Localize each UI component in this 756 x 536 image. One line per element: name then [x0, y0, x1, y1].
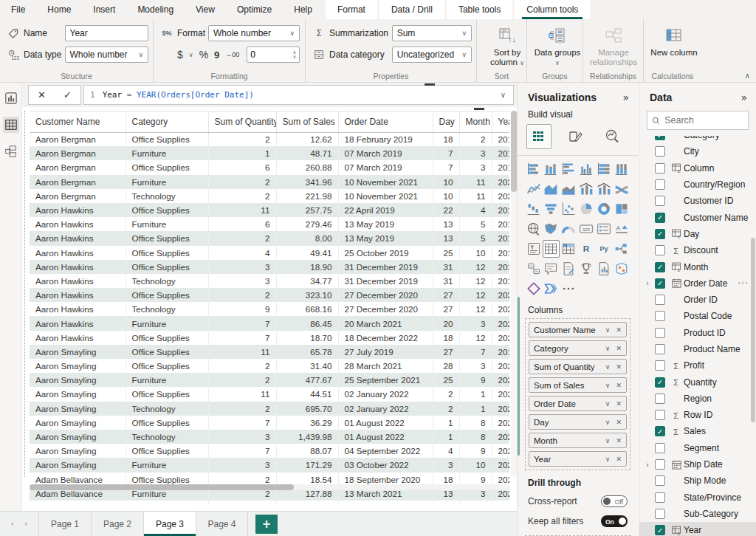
pill-chevron-down-icon[interactable]: ∨	[605, 400, 611, 408]
field-item-order-id[interactable]: Order ID	[639, 292, 756, 308]
format-visual-tab[interactable]	[563, 124, 588, 149]
column-header-day[interactable]: Day	[433, 111, 459, 132]
column-header-category[interactable]: Category	[126, 111, 208, 132]
pill-remove-icon[interactable]: ✕	[616, 326, 622, 334]
table-row[interactable]: Aaron HawkinsOffice Supplies318.9031 Dec…	[30, 260, 509, 274]
data-category-select[interactable]: Uncategorized∨	[392, 47, 472, 63]
columns-field-well[interactable]: Customer Name∨✕Category∨✕Sum of Quantity…	[525, 318, 630, 470]
python-visual-icon[interactable]: Py	[595, 240, 612, 258]
page-tab-page-3[interactable]: Page 3	[143, 512, 196, 536]
100-stacked-bar-chart-icon[interactable]	[595, 160, 612, 178]
field-item-column[interactable]: ΣColumn	[639, 160, 756, 176]
percent-button[interactable]: %	[199, 49, 208, 61]
manage-relationships-button[interactable]: Manage relationships	[589, 24, 638, 67]
field-item-day[interactable]: ✓ΣDay	[639, 226, 756, 242]
q-and-a-icon[interactable]	[543, 260, 560, 278]
power-apps-icon[interactable]	[525, 280, 542, 298]
table-row[interactable]: Aaron SmaylingOffice Supplies1165.7827 J…	[30, 345, 509, 359]
table-row[interactable]: Adam BellavanceOffice Supplies230.0813 M…	[30, 501, 509, 504]
decimal-places-input[interactable]	[250, 49, 280, 60]
column-header-sum-of-sales[interactable]: Sum of Sales	[276, 111, 338, 132]
field-checkbox[interactable]	[655, 344, 665, 354]
column-header-customer-name[interactable]: Customer Name	[30, 111, 126, 132]
new-column-button[interactable]: New column	[650, 24, 698, 58]
decimal-places-stepper[interactable]: ∧∨	[247, 47, 300, 63]
field-item-state-province[interactable]: State/Province	[639, 489, 756, 506]
field-item-customer-name[interactable]: ✓Customer Name	[639, 209, 756, 225]
table-row[interactable]: Aaron HawkinsTechnology9668.1627 Decembe…	[30, 302, 509, 316]
pill-remove-icon[interactable]: ✕	[616, 345, 622, 352]
data-groups-button[interactable]: Data groups ∨	[533, 24, 582, 67]
currency-button[interactable]: $	[177, 49, 183, 61]
menu-tab-file[interactable]: File	[0, 0, 36, 19]
ribbon-collapse-icon[interactable]: ∧	[745, 72, 750, 80]
field-item-quantity[interactable]: ✓ΣQuantity	[639, 374, 756, 390]
stacked-bar-chart-icon[interactable]	[525, 160, 542, 178]
field-item-segment[interactable]: Segment	[639, 440, 756, 456]
field-checkbox[interactable]	[655, 443, 665, 453]
pill-remove-icon[interactable]: ✕	[616, 400, 622, 408]
field-pill-category[interactable]: Category∨✕	[529, 340, 627, 356]
kpi-icon[interactable]: A	[613, 220, 630, 238]
decimal-places-icon[interactable]: →00	[225, 51, 239, 58]
table-row[interactable]: Aaron SmaylingFurniture2477.6725 Septemb…	[30, 373, 509, 387]
resize-handle[interactable]	[425, 83, 435, 86]
resize-handle[interactable]	[474, 108, 484, 110]
summarization-select[interactable]: Sum∨	[392, 25, 472, 41]
table-row[interactable]: Aaron BergmanFurniture2341.9610 November…	[30, 175, 509, 189]
column-header-sum-of-quantity[interactable]: Sum of Quantity	[208, 111, 276, 132]
field-item-category[interactable]: ✓Category	[639, 136, 756, 143]
field-item-country-region[interactable]: Country/Region	[639, 176, 756, 193]
expand-chevron-icon[interactable]: ›	[646, 279, 653, 287]
field-checkbox[interactable]: ✓	[655, 213, 665, 223]
map-icon[interactable]	[525, 220, 542, 238]
field-item-discount[interactable]: ΣDiscount	[639, 242, 756, 258]
table-row[interactable]: Aaron HawkinsFurniture6279.4613 May 2019…	[30, 217, 509, 231]
thousands-separator-button[interactable]: 9	[214, 49, 219, 61]
field-item-month[interactable]: ✓ΣMonth	[639, 258, 756, 275]
field-item-ship-mode[interactable]: Ship Mode	[639, 473, 756, 489]
menu-tab-home[interactable]: Home	[36, 0, 82, 19]
field-checkbox[interactable]	[655, 410, 665, 420]
sort-by-column-button[interactable]: ↑↓ Sort by column ∨	[483, 24, 532, 67]
table-row[interactable]: Aaron BergmanOffice Supplies6260.8807 Ma…	[30, 160, 509, 174]
arcgis-map-icon[interactable]	[613, 260, 630, 278]
field-pill-customer-name[interactable]: Customer Name∨✕	[529, 322, 627, 337]
ribbon-tab-table-tools[interactable]: Table tools	[447, 0, 512, 19]
field-item-product-name[interactable]: Product Name	[639, 341, 756, 357]
menu-tab-insert[interactable]: Insert	[82, 0, 126, 19]
page-tab-page-1[interactable]: Page 1	[38, 512, 91, 536]
table-icon[interactable]	[543, 240, 560, 258]
build-visual-tab[interactable]	[526, 124, 551, 149]
field-checkbox[interactable]	[655, 509, 665, 519]
page-tab-page-2[interactable]: Page 2	[91, 512, 143, 536]
field-pill-sum-of-sales[interactable]: Sum of Sales∨✕	[529, 377, 627, 393]
ribbon-tab-column-tools[interactable]: Column tools	[515, 0, 590, 19]
table-row[interactable]: Aaron HawkinsOffice Supplies718.7018 Dec…	[30, 331, 509, 345]
currency-caret-icon[interactable]: ∨	[189, 52, 193, 58]
area-chart-icon[interactable]	[543, 180, 560, 198]
menu-tab-view[interactable]: View	[185, 0, 226, 19]
donut-chart-icon[interactable]	[595, 200, 612, 218]
field-checkbox[interactable]	[655, 492, 665, 503]
data-pane-scrollbar-thumb[interactable]	[751, 238, 755, 422]
field-checkbox[interactable]: ✓	[655, 377, 665, 388]
table-row[interactable]: Aaron BergmanOffice Supplies212.6218 Feb…	[30, 132, 509, 146]
pill-remove-icon[interactable]: ✕	[616, 363, 622, 371]
data-view-button[interactable]	[3, 117, 19, 133]
format-select[interactable]: Whole number∨	[208, 25, 300, 41]
pill-chevron-down-icon[interactable]: ∨	[605, 419, 611, 426]
menu-tab-help[interactable]: Help	[283, 0, 323, 19]
field-pill-day[interactable]: Day∨✕	[529, 414, 627, 430]
field-pill-month[interactable]: Month∨✕	[529, 433, 627, 448]
menu-tab-optimize[interactable]: Optimize	[226, 0, 283, 19]
field-item-profit[interactable]: ΣProfit	[639, 357, 756, 374]
stacked-area-chart-icon[interactable]	[560, 180, 577, 198]
column-header-month[interactable]: Month	[459, 111, 492, 132]
field-checkbox[interactable]	[655, 163, 665, 173]
field-item-product-id[interactable]: Product ID	[639, 325, 756, 341]
decomposition-tree-icon[interactable]	[613, 240, 630, 258]
more-visuals-icon[interactable]	[560, 280, 577, 298]
field-item-postal-code[interactable]: Postal Code	[639, 308, 756, 324]
ribbon-chart-icon[interactable]	[613, 180, 630, 198]
